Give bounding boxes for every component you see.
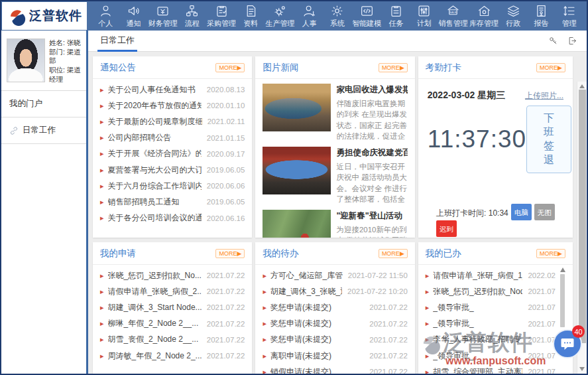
nav-sales[interactable]: SALE 销售管理 [439, 4, 468, 29]
bullet-icon: ▸ [263, 319, 266, 328]
attendance-clock: 11:37:30 [428, 125, 526, 153]
task-clipboard-icon [389, 4, 403, 18]
news-title: 勇担使命庆祝建党百年，中... [336, 147, 407, 159]
bullet-icon: ▸ [426, 303, 430, 312]
list-item[interactable]: ▸ 夏营签署与光大公司的大订单，... 2019.06.05 [100, 162, 245, 178]
nav-procurement[interactable]: 采购管理 [207, 4, 236, 29]
list-item[interactable]: ▸ 周涛敏_年假_2_Node 2_... 2021.07.22 [100, 348, 245, 364]
news-excerpt: 近日，中国平安召开庆祝中 题活动动员大会。会议对全 作进行了整体部署，包括全 打… [336, 161, 407, 205]
more-button[interactable]: MORE▶ [379, 249, 408, 258]
list-item[interactable]: ▸ 关于各分公司培训会议的通知 2020.06.16 [100, 210, 245, 226]
more-button[interactable]: MORE▶ [536, 249, 565, 258]
nav-plan[interactable]: 计划 [411, 4, 438, 29]
list-item[interactable]: ▸ _领导审批_ 2021.07 [426, 348, 556, 364]
warehouse-icon [477, 4, 491, 18]
bullet-icon: ▸ [263, 271, 266, 280]
bullet-icon: ▸ [263, 352, 266, 360]
done-list: ▸ 请假申请单_张研_病假_1_... 2022.02 ▸ 张晓_惩罚_迟到扣款… [418, 265, 573, 374]
sort-list-icon [562, 4, 576, 18]
bullet-icon: ▸ [100, 149, 104, 158]
nav-production[interactable]: 生产管理 [266, 4, 295, 29]
more-button[interactable]: MORE▶ [379, 63, 408, 72]
list-item[interactable]: ▸ 离职申请(未提交) 2021.07.22 [263, 348, 407, 364]
bullet-icon: ▸ [426, 319, 430, 328]
list-item[interactable]: ▸ 奖惩申请(未提交) 2021.07.22 [263, 316, 407, 332]
list-item[interactable]: ▸ 关于最新的公司规章制度细节通知 2021.02.11 [100, 113, 245, 129]
list-item[interactable]: ▸ 胡建_调休_3_Start Node... 2021.07.22 [100, 299, 245, 315]
panel-title: 图片新闻 [263, 62, 298, 74]
nav-task[interactable]: 任务 [382, 4, 409, 29]
list-item[interactable]: ▸ _领导审批_ 2021.07 [426, 299, 556, 315]
list-item[interactable]: ▸ 方可心_储运部_库管员_晋... 2021-07-22 11:50 [263, 267, 407, 283]
chat-button[interactable]: 40 [553, 329, 582, 358]
list-item[interactable]: ▸ 胡建_调休_3_张晓_退回 2021-07-22 10:20 [263, 283, 407, 299]
list-item[interactable]: ▸ 请假申请单_张研_病假_1_... 2022.02 [426, 267, 556, 283]
news-excerpt: 为迎接2010新年的到 来,攀枝花钢城集团瑞丰 水泥有限公司于2010年 2月6… [336, 224, 407, 238]
list-item[interactable]: ▸ 胡雪_丧假_2_Node 2__... 2021.07.22 [100, 332, 245, 348]
list-item[interactable]: ▸ 销假申请(未提交) 2021.07.22 [263, 364, 407, 374]
bullet-icon: ▸ [100, 352, 104, 360]
nav-report[interactable]: 报告 [528, 4, 555, 29]
attendance-date: 2022-03-02 星期三 [428, 90, 506, 102]
list-item[interactable]: ▸ 销售部招聘员工通知 2019.06.05 [100, 194, 245, 210]
news-item[interactable]: 家电回收进入爆发期 家电企... 伴随废旧家电置换期的到来 在呈现出爆发状态，国… [255, 79, 414, 142]
logout-icon[interactable] [567, 36, 577, 46]
nav-modeling[interactable]: 智能建模 [352, 4, 381, 29]
scroll-down-arrow-icon[interactable] [579, 367, 585, 371]
dashboard-grid: 通知公告 MORE▶ ▸ 关于公司人事任免通知书 2020.08.13 [88, 52, 587, 374]
nav-admin[interactable]: 行政 [500, 4, 526, 29]
sidebar: 姓名: 张晓 部门: 渠道部 职位: 渠道经理 我的门户 日常工作 [1, 31, 88, 374]
nav-finance[interactable]: 财务管理 [148, 4, 178, 29]
sidebar-item-daily-work[interactable]: 日常工作 [1, 117, 86, 144]
scroll-up-arrow-icon[interactable] [560, 267, 565, 272]
upload-photo-link[interactable]: 上传照片... [525, 90, 563, 102]
bullet-icon: ▸ [100, 117, 104, 126]
list-item[interactable]: ▸ 关于公司人事任免通知书 2020.08.13 [100, 82, 245, 98]
news-item[interactable]: "迎新春"登山活动 为迎接2010新年的到 来,攀枝花钢城集团瑞丰 水泥有限公司… [255, 205, 414, 238]
nav-process[interactable]: 流程 [179, 4, 206, 29]
news-excerpt: 伴随废旧家电置换期的到来 在呈现出爆发状态，国家正 起完善的法律法规，促进企 七… [336, 98, 407, 142]
news-item[interactable]: 勇担使命庆祝建党百年，中... 近日，中国平安召开庆祝中 题活动动员大会。会议对… [255, 142, 414, 205]
nav-inventory[interactable]: 库存管理 [469, 4, 499, 29]
scrollbar-thumb[interactable] [560, 274, 565, 327]
list-item[interactable]: ▸ 张晓_惩罚_迟到扣款_Node... 2021.07 [426, 283, 556, 299]
list-item[interactable]: ▸ 奖惩申请(未提交) 2021.07.22 [263, 332, 407, 348]
profile-position: 职位: 渠道经理 [49, 66, 82, 84]
list-item[interactable]: ▸ 关于六月份综合工作培训内容及... 2020.06.06 [100, 178, 245, 194]
sidebar-item-my-portal[interactable]: 我的门户 [1, 91, 86, 117]
list-item[interactable]: ▸ 柳琳_年假_2_Node 2__... 2021.07.22 [100, 316, 245, 332]
list-item[interactable]: ▸ 胡雪_综合管理部_主动离职... 2021.07 [426, 364, 556, 374]
nav-documents[interactable]: 资料 [237, 4, 264, 29]
bullet-icon: ▸ [426, 271, 430, 280]
more-button[interactable]: MORE▶ [215, 63, 245, 72]
scrollbar-thumb[interactable] [579, 90, 586, 343]
nav-system[interactable]: 系统 [324, 4, 351, 29]
more-button[interactable]: MORE▶ [536, 63, 565, 72]
key-icon[interactable] [548, 36, 558, 46]
scroll-up-arrow-icon[interactable] [579, 84, 585, 88]
panel-attendance: 考勤打卡 MORE▶ 2022-03-02 星期三 上传照片... 11:37:… [418, 56, 573, 238]
bullet-icon: ▸ [263, 335, 266, 344]
list-item[interactable]: ▸ 奖惩申请(未提交) 2021.07.22 [263, 299, 407, 315]
list-item[interactable]: ▸ 请假申请单_张晓_病假_2... 2021.07.22 [100, 283, 245, 299]
tab-daily-work[interactable]: 日常工作 [97, 30, 137, 52]
nav-personal[interactable]: 个人 [92, 4, 119, 29]
sign-out-button[interactable]: 下班签退 [526, 106, 571, 173]
list-item[interactable]: ▸ 李华_人事行政部_招聘专员... 2021.07 [426, 332, 556, 348]
list-item[interactable]: ▸ 关于2020年春节放假的通知 2020.01.10 [100, 98, 245, 113]
bullet-icon: ▸ [100, 102, 104, 110]
nav-notification[interactable]: 通知 [120, 4, 147, 29]
more-button[interactable]: MORE▶ [215, 249, 245, 258]
list-item[interactable]: ▸ _领导审批_ 2021.07 [426, 316, 556, 332]
list-item[interactable]: ▸ 公司内部招聘公告 2021.01.15 [100, 130, 245, 146]
list-item[interactable]: ▸ 张晓_惩罚_迟到扣款_No... 2021.07.22 [100, 267, 245, 283]
cash-box-icon [156, 4, 170, 18]
profile-department: 部门: 渠道部 [49, 48, 82, 66]
bullet-icon: ▸ [100, 86, 104, 94]
nav-hr[interactable]: 人事 [296, 4, 323, 29]
bullet-icon: ▸ [426, 335, 430, 344]
list-item[interactable]: ▸ 关于开展《经济合同法》的相关... 2020.09.17 [100, 146, 245, 162]
nav-management[interactable]: 管理 [556, 4, 583, 29]
gears-icon [273, 4, 287, 18]
bullet-icon: ▸ [100, 319, 104, 328]
